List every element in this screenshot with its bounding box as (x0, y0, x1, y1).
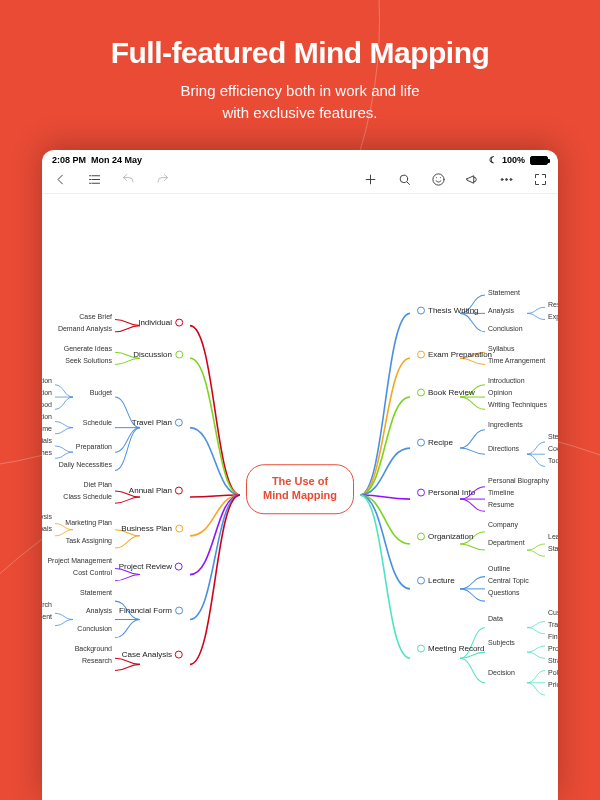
svg-point-4 (509, 178, 511, 180)
moon-icon: ☾ (489, 155, 497, 165)
fullscreen-button[interactable] (532, 171, 548, 187)
redo-button[interactable] (154, 171, 170, 187)
mindmap-node[interactable]: Questions (488, 589, 520, 597)
mindmap-node[interactable]: Preparation (76, 443, 112, 451)
mindmap-node[interactable]: Writing Techniques (488, 401, 547, 409)
mindmap-node[interactable]: Research (42, 601, 52, 609)
mindmap-node[interactable]: Diet Plan (84, 481, 112, 489)
mindmap-node[interactable]: Steps (548, 433, 558, 441)
mindmap-node[interactable]: Travel Plan (132, 419, 186, 428)
mindmap-node[interactable]: Cost Control (73, 569, 112, 577)
mindmap-node[interactable]: Syllabus (488, 345, 514, 353)
mindmap-node[interactable]: Opinion (488, 389, 512, 397)
mindmap-node[interactable]: Discussion (133, 351, 186, 360)
more-button[interactable] (498, 171, 514, 187)
mindmap-node[interactable]: Competitor Analysis (42, 513, 52, 521)
mindmap-node[interactable]: Decision (488, 669, 515, 677)
mindmap-node[interactable]: Directions (488, 445, 519, 453)
mindmap-node[interactable]: Daily Necessities (59, 461, 112, 469)
outline-button[interactable] (86, 171, 102, 187)
mindmap-node[interactable]: Conclusion (77, 625, 112, 633)
mindmap-node[interactable]: Department (488, 539, 525, 547)
mindmap-node[interactable]: Policy (548, 669, 558, 677)
mindmap-node[interactable]: Time Arrangement (488, 357, 545, 365)
mindmap-node[interactable]: Marketing Plan (65, 519, 112, 527)
mindmap-node[interactable]: Project Management (47, 557, 112, 565)
mindmap-node[interactable]: Financial Form (119, 607, 186, 616)
mindmap-node[interactable]: Strategy (548, 657, 558, 665)
svg-point-0 (400, 175, 408, 183)
mindmap-node[interactable]: Clothes (42, 449, 52, 457)
mindmap-node[interactable]: Timeline (488, 489, 514, 497)
mindmap-node[interactable]: Destination (42, 413, 52, 421)
mindmap-node[interactable]: Price (548, 681, 558, 689)
mindmap-node[interactable]: Task Assigning (66, 537, 112, 545)
add-button[interactable] (362, 171, 378, 187)
mindmap-node[interactable]: Staff (548, 545, 558, 553)
mindmap-node[interactable]: Class Schedule (63, 493, 112, 501)
mindmap-node[interactable]: Analysis (488, 307, 514, 315)
mindmap-node[interactable]: Meeting Record (414, 645, 484, 654)
mindmap-node[interactable]: Annual Plan (129, 487, 186, 496)
mindmap-node[interactable]: Statement (80, 589, 112, 597)
mindmap-node[interactable]: Personal Info (414, 489, 475, 498)
mindmap-node[interactable]: Book Review (414, 389, 475, 398)
mindmap-node[interactable]: Thesis Writing (414, 307, 479, 316)
mindmap-node[interactable]: Individual (138, 319, 186, 328)
mindmap-node[interactable]: Accommodation (42, 377, 52, 385)
mindmap-node[interactable]: Subjects (488, 639, 515, 647)
announce-button[interactable] (464, 171, 480, 187)
mindmap-node[interactable]: Research (82, 657, 112, 665)
mindmap-node[interactable]: Personal Biography (488, 477, 549, 485)
undo-button[interactable] (120, 171, 136, 187)
mindmap-node[interactable]: Project Review (119, 563, 186, 572)
mindmap-node[interactable]: Demand Analysis (58, 325, 112, 333)
mindmap-node[interactable]: Analysis (86, 607, 112, 615)
mindmap-node[interactable]: Outline (488, 565, 510, 573)
mindmap-node[interactable]: Customer (548, 609, 558, 617)
mindmap-node[interactable]: Seek Solutions (65, 357, 112, 365)
mindmap-node[interactable]: Company (488, 521, 518, 529)
mindmap-node[interactable]: Lecture (414, 577, 455, 586)
mindmap-node[interactable]: Background (75, 645, 112, 653)
search-button[interactable] (396, 171, 412, 187)
mindmap-root[interactable]: The Use ofMind Mapping (246, 464, 354, 514)
mindmap-node[interactable]: Business Plan (121, 525, 186, 534)
mindmap-node[interactable]: Organization (414, 533, 473, 542)
mindmap-canvas[interactable]: The Use ofMind Mapping Thesis WritingSta… (42, 194, 558, 796)
mindmap-node[interactable]: Case Brief (79, 313, 112, 321)
emoji-button[interactable] (430, 171, 446, 187)
mindmap-node[interactable]: Case Analysis (122, 651, 186, 660)
mindmap-node[interactable]: Exam Preparation (414, 351, 492, 360)
mindmap-node[interactable]: Schedule (83, 419, 112, 427)
mindmap-node[interactable]: Research (548, 301, 558, 309)
mindmap-node[interactable]: Cooking Advice (548, 445, 558, 453)
mindmap-node[interactable]: Finance (548, 633, 558, 641)
mindmap-node[interactable]: Sales Goals (42, 525, 52, 533)
mindmap-node[interactable]: Tools (548, 457, 558, 465)
mindmap-node[interactable]: Time (42, 425, 52, 433)
mindmap-node[interactable]: Transportation (42, 389, 52, 397)
mindmap-node[interactable]: Product (548, 645, 558, 653)
mindmap-node[interactable]: Experiment (548, 313, 558, 321)
mindmap-node[interactable]: Leader (548, 533, 558, 541)
mindmap-node[interactable]: Statement (488, 289, 520, 297)
app-toolbar (42, 167, 558, 194)
mindmap-node[interactable]: Generate Ideas (64, 345, 112, 353)
mindmap-node[interactable]: Recipe (414, 439, 453, 448)
svg-point-3 (505, 178, 507, 180)
mindmap-node[interactable]: Transactions (548, 621, 558, 629)
mindmap-node[interactable]: Credentials (42, 437, 52, 445)
mindmap-node[interactable]: Introduction (488, 377, 525, 385)
mindmap-node[interactable]: Experiment (42, 613, 52, 621)
mindmap-node[interactable]: Budget (90, 389, 112, 397)
svg-point-1 (432, 173, 443, 184)
svg-point-2 (501, 178, 503, 180)
mindmap-node[interactable]: Data (488, 615, 503, 623)
mindmap-node[interactable]: Resume (488, 501, 514, 509)
mindmap-node[interactable]: Ingredients (488, 421, 523, 429)
mindmap-node[interactable]: Food (42, 401, 52, 409)
mindmap-node[interactable]: Conclusion (488, 325, 523, 333)
back-button[interactable] (52, 171, 68, 187)
mindmap-node[interactable]: Central Topic (488, 577, 529, 585)
